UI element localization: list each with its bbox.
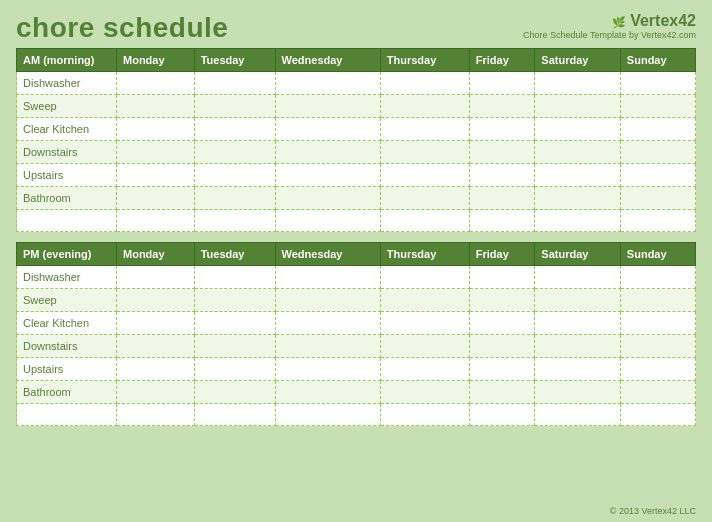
chore-cell[interactable] [117, 72, 195, 95]
chore-cell[interactable] [535, 266, 621, 289]
chore-cell[interactable] [469, 381, 535, 404]
chore-cell[interactable] [620, 95, 695, 118]
chore-cell[interactable] [275, 141, 380, 164]
chore-cell[interactable] [380, 95, 469, 118]
empty-cell[interactable] [380, 210, 469, 232]
chore-cell[interactable] [275, 72, 380, 95]
chore-cell[interactable] [620, 312, 695, 335]
chore-cell[interactable] [535, 141, 621, 164]
chore-cell[interactable] [469, 312, 535, 335]
chore-cell[interactable] [469, 187, 535, 210]
chore-cell[interactable] [275, 118, 380, 141]
empty-cell[interactable] [194, 404, 275, 426]
chore-cell[interactable] [275, 289, 380, 312]
chore-cell[interactable] [117, 266, 195, 289]
chore-cell[interactable] [275, 266, 380, 289]
chore-cell[interactable] [380, 335, 469, 358]
chore-cell[interactable] [194, 118, 275, 141]
chore-cell[interactable] [469, 95, 535, 118]
chore-cell[interactable] [275, 187, 380, 210]
chore-cell[interactable] [117, 312, 195, 335]
chore-cell[interactable] [620, 381, 695, 404]
chore-cell[interactable] [535, 187, 621, 210]
chore-cell[interactable] [117, 164, 195, 187]
chore-label: Bathroom [17, 381, 117, 404]
chore-cell[interactable] [194, 312, 275, 335]
empty-cell[interactable] [620, 210, 695, 232]
chore-cell[interactable] [469, 335, 535, 358]
chore-cell[interactable] [620, 118, 695, 141]
chore-cell[interactable] [620, 266, 695, 289]
chore-cell[interactable] [469, 289, 535, 312]
chore-cell[interactable] [194, 95, 275, 118]
chore-cell[interactable] [620, 358, 695, 381]
chore-cell[interactable] [620, 164, 695, 187]
empty-cell[interactable] [117, 210, 195, 232]
chore-cell[interactable] [469, 72, 535, 95]
chore-cell[interactable] [535, 118, 621, 141]
chore-cell[interactable] [194, 358, 275, 381]
chore-cell[interactable] [535, 335, 621, 358]
empty-cell[interactable] [275, 404, 380, 426]
chore-cell[interactable] [117, 187, 195, 210]
chore-cell[interactable] [380, 118, 469, 141]
chore-cell[interactable] [275, 312, 380, 335]
chore-cell[interactable] [469, 266, 535, 289]
chore-cell[interactable] [380, 164, 469, 187]
empty-cell[interactable] [535, 210, 621, 232]
chore-cell[interactable] [469, 118, 535, 141]
empty-cell[interactable] [469, 210, 535, 232]
chore-cell[interactable] [380, 289, 469, 312]
chore-cell[interactable] [194, 289, 275, 312]
chore-cell[interactable] [535, 164, 621, 187]
chore-cell[interactable] [380, 141, 469, 164]
chore-cell[interactable] [380, 381, 469, 404]
chore-cell[interactable] [620, 187, 695, 210]
chore-cell[interactable] [275, 164, 380, 187]
chore-cell[interactable] [194, 335, 275, 358]
chore-cell[interactable] [194, 381, 275, 404]
chore-cell[interactable] [117, 118, 195, 141]
chore-cell[interactable] [469, 164, 535, 187]
chore-cell[interactable] [535, 95, 621, 118]
chore-cell[interactable] [620, 289, 695, 312]
chore-cell[interactable] [117, 335, 195, 358]
chore-cell[interactable] [535, 358, 621, 381]
table-row: Upstairs [17, 358, 696, 381]
empty-cell[interactable] [380, 404, 469, 426]
chore-cell[interactable] [620, 335, 695, 358]
chore-cell[interactable] [380, 266, 469, 289]
chore-cell[interactable] [117, 289, 195, 312]
chore-cell[interactable] [380, 72, 469, 95]
chore-cell[interactable] [535, 381, 621, 404]
chore-cell[interactable] [469, 358, 535, 381]
chore-cell[interactable] [117, 381, 195, 404]
chore-cell[interactable] [275, 95, 380, 118]
chore-cell[interactable] [275, 335, 380, 358]
chore-cell[interactable] [620, 72, 695, 95]
chore-cell[interactable] [117, 141, 195, 164]
chore-cell[interactable] [535, 72, 621, 95]
chore-cell[interactable] [535, 312, 621, 335]
chore-cell[interactable] [469, 141, 535, 164]
chore-cell[interactable] [275, 381, 380, 404]
chore-cell[interactable] [275, 358, 380, 381]
empty-cell[interactable] [620, 404, 695, 426]
chore-cell[interactable] [535, 289, 621, 312]
chore-cell[interactable] [194, 187, 275, 210]
empty-cell[interactable] [117, 404, 195, 426]
empty-cell[interactable] [469, 404, 535, 426]
chore-cell[interactable] [380, 187, 469, 210]
empty-cell[interactable] [275, 210, 380, 232]
chore-cell[interactable] [380, 358, 469, 381]
chore-cell[interactable] [194, 164, 275, 187]
chore-cell[interactable] [194, 266, 275, 289]
chore-cell[interactable] [117, 95, 195, 118]
empty-cell[interactable] [535, 404, 621, 426]
empty-cell[interactable] [194, 210, 275, 232]
chore-cell[interactable] [117, 358, 195, 381]
chore-cell[interactable] [194, 72, 275, 95]
chore-cell[interactable] [620, 141, 695, 164]
chore-cell[interactable] [380, 312, 469, 335]
chore-cell[interactable] [194, 141, 275, 164]
